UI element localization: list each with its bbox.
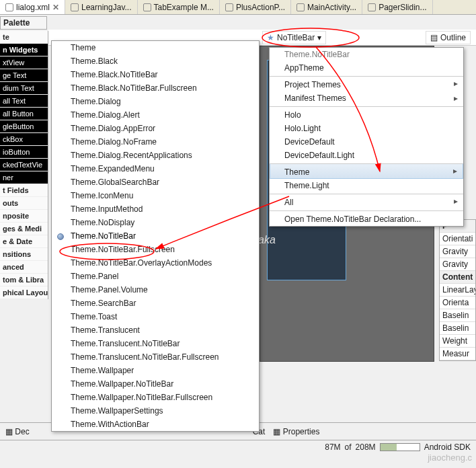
palette-item[interactable]: e & Date [0, 235, 48, 248]
watermark-corner: jiaocheng.c [428, 453, 472, 463]
theme-menu: Theme.NoTitleBarAppThemeProject ThemesMa… [269, 47, 464, 227]
theme-menu-item[interactable]: Theme.SearchBar [52, 297, 259, 310]
theme-category-item[interactable]: Theme [270, 163, 463, 179]
prop-row[interactable]: Content I [440, 271, 475, 284]
palette-item[interactable]: all Button [0, 108, 48, 120]
theme-category-item[interactable]: DeviceDefault [270, 135, 463, 149]
editor-tab[interactable]: PagerSlidin... [362, 0, 432, 14]
file-icon [143, 3, 151, 11]
palette-item[interactable]: nposite [0, 210, 48, 223]
editor-tab[interactable]: MainActivity... [291, 0, 362, 14]
theme-category-item[interactable]: Holo [270, 106, 463, 122]
theme-category-item[interactable]: All [270, 194, 463, 209]
theme-category-item[interactable]: AppTheme [270, 61, 463, 75]
palette-item[interactable]: ioButton [0, 146, 48, 159]
palette-item[interactable]: anced [0, 261, 48, 274]
palette-item[interactable]: all Text [0, 95, 48, 108]
prop-row[interactable]: Orientati [440, 233, 475, 245]
star-icon: ★ [267, 33, 274, 42]
palette-item[interactable]: ckedTextVie [0, 159, 48, 171]
palette-item[interactable]: nsitions [0, 248, 48, 261]
editor-tab[interactable]: lialog.xml✕ [0, 0, 65, 14]
tab-label: PlusActionP... [236, 3, 285, 12]
theme-menu-item[interactable]: Theme.WithActionBar [52, 418, 259, 431]
theme-menu-item[interactable]: Theme.Dialog.Alert [52, 108, 259, 122]
editor-tab[interactable]: TabExample M... [138, 0, 220, 14]
theme-menu-item[interactable]: Theme.Wallpaper [52, 364, 259, 377]
chevron-down-icon: ▾ [317, 33, 321, 42]
theme-category-item[interactable]: Theme.Light [270, 179, 463, 192]
theme-submenu: ThemeTheme.BlackTheme.Black.NoTitleBarTh… [51, 40, 260, 432]
prop-row[interactable]: Gravity [440, 258, 475, 271]
theme-menu-item[interactable]: Theme.NoTitleBar [52, 229, 259, 243]
palette-item[interactable]: tom & Libra [0, 274, 48, 286]
palette-item[interactable]: ckBox [0, 133, 48, 146]
properties-tab[interactable]: ▦ Properties [273, 427, 319, 436]
theme-menu-item[interactable]: Theme.Wallpaper.NoTitleBar [52, 377, 259, 391]
theme-menu-item[interactable]: Theme.InputMethod [52, 202, 259, 216]
palette-item[interactable]: xtView [0, 56, 48, 69]
prop-row[interactable]: Gravity [440, 245, 475, 258]
prop-row[interactable]: Orienta [440, 297, 475, 309]
theme-menu-item[interactable]: Theme [52, 41, 259, 54]
outline-icon: ▤ [430, 33, 438, 42]
theme-menu-item[interactable]: Theme.Translucent.NoTitleBar.Fullscreen [52, 350, 259, 364]
palette-item[interactable]: gleButton [0, 120, 48, 133]
theme-menu-item[interactable]: Theme.NoTitleBar.OverlayActionModes [52, 256, 259, 270]
prop-row[interactable]: Weight [440, 335, 475, 348]
memory-total: 208M [356, 442, 376, 452]
palette-item[interactable]: ge Text [0, 69, 48, 82]
theme-menu-item[interactable]: Theme.NoDisplay [52, 216, 259, 229]
theme-menu-item[interactable]: Theme.Panel [52, 270, 259, 283]
theme-menu-item[interactable]: Theme.Dialog.RecentApplications [52, 149, 259, 162]
palette-item[interactable]: t Fields [0, 184, 48, 197]
palette-item[interactable]: dium Text [0, 82, 48, 95]
theme-menu-item[interactable]: Theme.Dialog [52, 95, 259, 108]
palette-panel: ten WidgetsxtViewge Textdium Textall Tex… [0, 31, 48, 299]
prop-row[interactable]: LinearLay [440, 284, 475, 297]
file-icon [296, 3, 305, 11]
tab-label: PagerSlidin... [379, 3, 426, 12]
outline-label: Outline [440, 33, 466, 42]
theme-menu-item[interactable]: Theme.NoTitleBar.Fullscreen [52, 243, 259, 256]
theme-category-item[interactable]: Holo.Light [270, 122, 463, 135]
palette-item[interactable]: outs [0, 197, 48, 210]
palette-item[interactable]: ner [0, 171, 48, 184]
theme-category-item[interactable]: DeviceDefault.Light [270, 149, 463, 162]
declaration-tab[interactable]: ▦ Dec [5, 427, 30, 436]
sdk-label: Android SDK [424, 442, 471, 452]
prop-row[interactable]: Measur [440, 348, 475, 360]
theme-category-item[interactable]: Project Themes [270, 76, 463, 91]
theme-category-item[interactable]: Open Theme.NoTitleBar Declaration... [270, 210, 463, 226]
theme-menu-item[interactable]: Theme.Translucent [52, 323, 259, 337]
theme-dropdown-label: NoTitleBar [277, 33, 315, 42]
palette-item[interactable]: te [0, 31, 48, 44]
theme-dropdown-button[interactable]: ★ NoTitleBar ▾ [262, 31, 326, 44]
properties-panel: P Orientati Gravity Gravity Content I Li… [439, 219, 476, 361]
theme-menu-item[interactable]: Theme.Dialog.NoFrame [52, 135, 259, 149]
theme-menu-item[interactable]: Theme.Dialog.AppError [52, 122, 259, 135]
theme-menu-item[interactable]: Theme.IconMenu [52, 189, 259, 202]
theme-category-item[interactable]: Manifest Themes [270, 91, 463, 105]
prop-row[interactable]: Baselin [440, 309, 475, 322]
file-icon [225, 3, 233, 11]
theme-menu-item[interactable]: Theme.GlobalSearchBar [52, 176, 259, 189]
prop-row[interactable]: Baselin [440, 322, 475, 335]
outline-view-button[interactable]: ▤ Outline [426, 31, 471, 44]
theme-menu-item[interactable]: Theme.ExpandedMenu [52, 162, 259, 176]
tab-label: lialog.xml [16, 3, 50, 12]
theme-menu-item[interactable]: Theme.Wallpaper.NoTitleBar.Fullscreen [52, 391, 259, 404]
theme-menu-item[interactable]: Theme.Black [52, 54, 259, 68]
theme-menu-item[interactable]: Theme.WallpaperSettings [52, 404, 259, 418]
palette-item[interactable]: phical Layout [0, 286, 48, 299]
theme-menu-item[interactable]: Theme.Toast [52, 310, 259, 323]
theme-menu-item[interactable]: Theme.Black.NoTitleBar [52, 68, 259, 81]
editor-tab[interactable]: LearningJav... [65, 0, 138, 14]
editor-tab[interactable]: PlusActionP... [220, 0, 291, 14]
theme-menu-item[interactable]: Theme.Translucent.NoTitleBar [52, 337, 259, 350]
theme-menu-item[interactable]: Theme.Black.NoTitleBar.Fullscreen [52, 81, 259, 95]
theme-menu-item[interactable]: Theme.Panel.Volume [52, 283, 259, 297]
palette-item[interactable]: n Widgets [0, 44, 48, 56]
palette-item[interactable]: ges & Medi [0, 223, 48, 235]
close-icon[interactable]: ✕ [52, 3, 59, 12]
